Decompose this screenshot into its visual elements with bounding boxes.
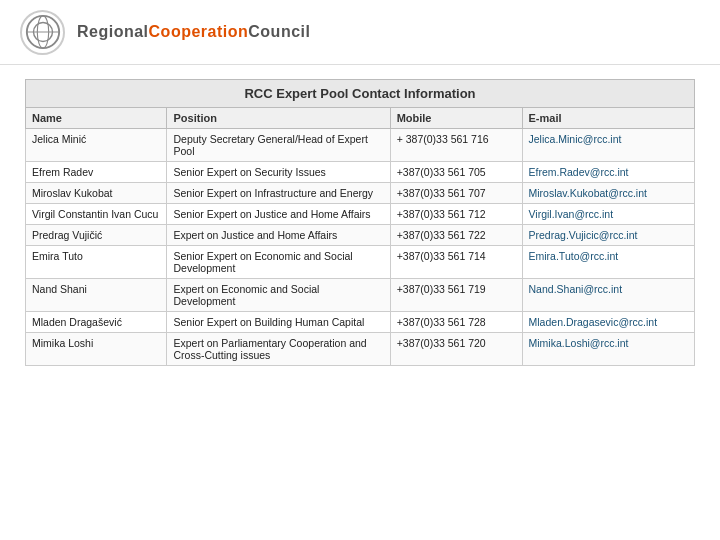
cell-mobile: +387(0)33 561 720 xyxy=(390,333,522,366)
cell-name: Emira Tuto xyxy=(26,246,167,279)
cell-mobile: +387(0)33 561 705 xyxy=(390,162,522,183)
cell-email[interactable]: Virgil.Ivan@rcc.int xyxy=(522,204,694,225)
cell-email[interactable]: Mimika.Loshi@rcc.int xyxy=(522,333,694,366)
cell-mobile: + 387(0)33 561 716 xyxy=(390,129,522,162)
expert-table: Name Position Mobile E-mail Jelica Minić… xyxy=(25,107,695,366)
cell-name: Miroslav Kukobat xyxy=(26,183,167,204)
col-header-position: Position xyxy=(167,108,390,129)
col-header-name: Name xyxy=(26,108,167,129)
table-row: Mladen DragaševićSenior Expert on Buildi… xyxy=(26,312,695,333)
cell-name: Jelica Minić xyxy=(26,129,167,162)
cell-position: Senior Expert on Building Human Capital xyxy=(167,312,390,333)
cell-email[interactable]: Jelica.Minic@rcc.int xyxy=(522,129,694,162)
cell-name: Nand Shani xyxy=(26,279,167,312)
table-row: Jelica MinićDeputy Secretary General/Hea… xyxy=(26,129,695,162)
cell-name: Predrag Vujičić xyxy=(26,225,167,246)
cell-email[interactable]: Miroslav.Kukobat@rcc.int xyxy=(522,183,694,204)
cell-email[interactable]: Mladen.Dragasevic@rcc.int xyxy=(522,312,694,333)
cell-position: Expert on Justice and Home Affairs xyxy=(167,225,390,246)
cell-email[interactable]: Emira.Tuto@rcc.int xyxy=(522,246,694,279)
table-row: Emira TutoSenior Expert on Economic and … xyxy=(26,246,695,279)
cell-mobile: +387(0)33 561 714 xyxy=(390,246,522,279)
cell-mobile: +387(0)33 561 728 xyxy=(390,312,522,333)
cell-email[interactable]: Predrag.Vujicic@rcc.int xyxy=(522,225,694,246)
cell-mobile: +387(0)33 561 707 xyxy=(390,183,522,204)
cell-position: Deputy Secretary General/Head of Expert … xyxy=(167,129,390,162)
cell-position: Senior Expert on Security Issues xyxy=(167,162,390,183)
col-header-email: E-mail xyxy=(522,108,694,129)
col-header-mobile: Mobile xyxy=(390,108,522,129)
cell-mobile: +387(0)33 561 712 xyxy=(390,204,522,225)
table-row: Predrag VujičićExpert on Justice and Hom… xyxy=(26,225,695,246)
cell-position: Senior Expert on Infrastructure and Ener… xyxy=(167,183,390,204)
cell-email[interactable]: Nand.Shani@rcc.int xyxy=(522,279,694,312)
cell-position: Senior Expert on Economic and Social Dev… xyxy=(167,246,390,279)
cell-name: Mimika Loshi xyxy=(26,333,167,366)
header: RegionalCooperationCouncil xyxy=(0,0,720,65)
logo-circle xyxy=(20,10,65,55)
cell-email[interactable]: Efrem.Radev@rcc.int xyxy=(522,162,694,183)
table-row: Mimika LoshiExpert on Parliamentary Coop… xyxy=(26,333,695,366)
cell-name: Efrem Radev xyxy=(26,162,167,183)
cell-position: Expert on Economic and Social Developmen… xyxy=(167,279,390,312)
table-row: Efrem RadevSenior Expert on Security Iss… xyxy=(26,162,695,183)
main-content: RCC Expert Pool Contact Information Name… xyxy=(0,65,720,380)
cell-position: Senior Expert on Justice and Home Affair… xyxy=(167,204,390,225)
cell-name: Mladen Dragašević xyxy=(26,312,167,333)
cell-position: Expert on Parliamentary Cooperation and … xyxy=(167,333,390,366)
page: RegionalCooperationCouncil RCC Expert Po… xyxy=(0,0,720,540)
cell-mobile: +387(0)33 561 722 xyxy=(390,225,522,246)
table-row: Miroslav KukobatSenior Expert on Infrast… xyxy=(26,183,695,204)
logo-text: RegionalCooperationCouncil xyxy=(77,23,310,41)
table-row: Nand ShaniExpert on Economic and Social … xyxy=(26,279,695,312)
cell-name: Virgil Constantin Ivan Cucu xyxy=(26,204,167,225)
table-header-row: Name Position Mobile E-mail xyxy=(26,108,695,129)
table-row: Virgil Constantin Ivan CucuSenior Expert… xyxy=(26,204,695,225)
cell-mobile: +387(0)33 561 719 xyxy=(390,279,522,312)
table-title: RCC Expert Pool Contact Information xyxy=(25,79,695,107)
